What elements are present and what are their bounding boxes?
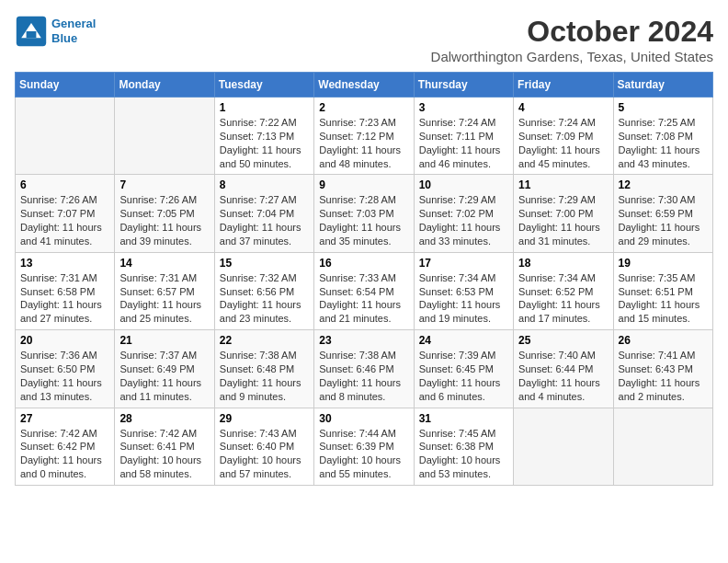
- calendar-cell: 24Sunrise: 7:39 AMSunset: 6:45 PMDayligh…: [414, 330, 513, 408]
- cell-sun-info: Sunrise: 7:39 AMSunset: 6:45 PMDaylight:…: [419, 349, 508, 403]
- calendar-cell: 4Sunrise: 7:24 AMSunset: 7:09 PMDaylight…: [514, 98, 613, 175]
- calendar-cell: 26Sunrise: 7:41 AMSunset: 6:43 PMDayligh…: [613, 330, 712, 408]
- calendar-cell: 20Sunrise: 7:36 AMSunset: 6:50 PMDayligh…: [16, 330, 115, 408]
- calendar-cell: 29Sunrise: 7:43 AMSunset: 6:40 PMDayligh…: [214, 408, 313, 485]
- logo-icon: [15, 15, 48, 48]
- cell-sun-info: Sunrise: 7:33 AMSunset: 6:54 PMDaylight:…: [319, 271, 408, 326]
- weekday-header-saturday: Saturday: [613, 73, 712, 98]
- week-row-1: 1Sunrise: 7:22 AMSunset: 7:13 PMDaylight…: [16, 98, 713, 175]
- calendar-cell: 7Sunrise: 7:26 AMSunset: 7:05 PMDaylight…: [115, 175, 214, 252]
- cell-sun-info: Sunrise: 7:22 AMSunset: 7:13 PMDaylight:…: [220, 116, 309, 170]
- calendar-cell: 11Sunrise: 7:29 AMSunset: 7:00 PMDayligh…: [514, 175, 613, 252]
- page-header: General Blue October 2024 Dalworthington…: [15, 15, 713, 64]
- day-number: 25: [518, 334, 608, 347]
- weekday-header-friday: Friday: [514, 73, 613, 98]
- calendar-cell: [16, 98, 115, 175]
- day-number: 28: [119, 412, 209, 425]
- cell-sun-info: Sunrise: 7:45 AMSunset: 6:38 PMDaylight:…: [419, 427, 508, 481]
- weekday-header-wednesday: Wednesday: [314, 73, 414, 98]
- calendar-cell: 16Sunrise: 7:33 AMSunset: 6:54 PMDayligh…: [314, 252, 414, 329]
- calendar-cell: 27Sunrise: 7:42 AMSunset: 6:42 PMDayligh…: [16, 408, 115, 485]
- cell-sun-info: Sunrise: 7:38 AMSunset: 6:48 PMDaylight:…: [220, 349, 309, 403]
- day-number: 4: [518, 101, 608, 114]
- calendar-cell: 22Sunrise: 7:38 AMSunset: 6:48 PMDayligh…: [214, 330, 313, 408]
- calendar-cell: [514, 408, 613, 485]
- week-row-2: 6Sunrise: 7:26 AMSunset: 7:07 PMDaylight…: [16, 175, 713, 252]
- calendar-cell: 10Sunrise: 7:29 AMSunset: 7:02 PMDayligh…: [414, 175, 513, 252]
- weekday-header-sunday: Sunday: [16, 73, 115, 98]
- calendar-cell: 21Sunrise: 7:37 AMSunset: 6:49 PMDayligh…: [115, 330, 214, 408]
- calendar-cell: 12Sunrise: 7:30 AMSunset: 6:59 PMDayligh…: [613, 175, 712, 252]
- calendar-cell: 30Sunrise: 7:44 AMSunset: 6:39 PMDayligh…: [314, 408, 414, 485]
- day-number: 31: [419, 412, 508, 425]
- cell-sun-info: Sunrise: 7:29 AMSunset: 7:02 PMDaylight:…: [419, 193, 508, 247]
- day-number: 19: [619, 257, 708, 270]
- calendar-cell: 1Sunrise: 7:22 AMSunset: 7:13 PMDaylight…: [214, 98, 313, 175]
- calendar-cell: [613, 408, 712, 485]
- cell-sun-info: Sunrise: 7:28 AMSunset: 7:03 PMDaylight:…: [319, 193, 408, 247]
- day-number: 16: [319, 257, 408, 270]
- day-number: 22: [220, 334, 309, 347]
- calendar-cell: [115, 98, 214, 175]
- day-number: 2: [319, 101, 408, 114]
- cell-sun-info: Sunrise: 7:30 AMSunset: 6:59 PMDaylight:…: [619, 193, 708, 247]
- day-number: 10: [419, 178, 508, 191]
- day-number: 14: [119, 257, 209, 270]
- week-row-3: 13Sunrise: 7:31 AMSunset: 6:58 PMDayligh…: [16, 252, 713, 329]
- cell-sun-info: Sunrise: 7:42 AMSunset: 6:41 PMDaylight:…: [119, 427, 209, 481]
- week-row-5: 27Sunrise: 7:42 AMSunset: 6:42 PMDayligh…: [16, 408, 713, 485]
- cell-sun-info: Sunrise: 7:32 AMSunset: 6:56 PMDaylight:…: [220, 271, 309, 326]
- svg-rect-2: [27, 31, 37, 38]
- calendar-cell: 31Sunrise: 7:45 AMSunset: 6:38 PMDayligh…: [414, 408, 513, 485]
- day-number: 23: [319, 334, 408, 347]
- calendar-cell: 2Sunrise: 7:23 AMSunset: 7:12 PMDaylight…: [314, 98, 414, 175]
- calendar-cell: 6Sunrise: 7:26 AMSunset: 7:07 PMDaylight…: [16, 175, 115, 252]
- cell-sun-info: Sunrise: 7:42 AMSunset: 6:42 PMDaylight:…: [20, 427, 109, 481]
- day-number: 27: [20, 412, 109, 425]
- day-number: 24: [419, 334, 508, 347]
- calendar-cell: 17Sunrise: 7:34 AMSunset: 6:53 PMDayligh…: [414, 252, 513, 329]
- day-number: 29: [220, 412, 309, 425]
- calendar-cell: 25Sunrise: 7:40 AMSunset: 6:44 PMDayligh…: [514, 330, 613, 408]
- calendar-cell: 5Sunrise: 7:25 AMSunset: 7:08 PMDaylight…: [613, 98, 712, 175]
- day-number: 9: [319, 178, 408, 191]
- day-number: 1: [220, 101, 309, 114]
- day-number: 13: [20, 257, 109, 270]
- weekday-header-row: SundayMondayTuesdayWednesdayThursdayFrid…: [16, 73, 713, 98]
- day-number: 20: [20, 334, 109, 347]
- day-number: 21: [119, 334, 209, 347]
- cell-sun-info: Sunrise: 7:38 AMSunset: 6:46 PMDaylight:…: [319, 349, 408, 403]
- cell-sun-info: Sunrise: 7:34 AMSunset: 6:53 PMDaylight:…: [419, 271, 508, 326]
- calendar-cell: 18Sunrise: 7:34 AMSunset: 6:52 PMDayligh…: [514, 252, 613, 329]
- logo: General Blue: [15, 15, 96, 48]
- logo-line1: General: [51, 17, 96, 31]
- day-number: 15: [220, 257, 309, 270]
- week-row-4: 20Sunrise: 7:36 AMSunset: 6:50 PMDayligh…: [16, 330, 713, 408]
- cell-sun-info: Sunrise: 7:26 AMSunset: 7:07 PMDaylight:…: [20, 193, 109, 247]
- day-number: 6: [20, 178, 109, 191]
- cell-sun-info: Sunrise: 7:26 AMSunset: 7:05 PMDaylight:…: [119, 193, 209, 247]
- weekday-header-monday: Monday: [115, 73, 214, 98]
- calendar-cell: 8Sunrise: 7:27 AMSunset: 7:04 PMDaylight…: [214, 175, 313, 252]
- day-number: 11: [518, 178, 608, 191]
- calendar-cell: 14Sunrise: 7:31 AMSunset: 6:57 PMDayligh…: [115, 252, 214, 329]
- cell-sun-info: Sunrise: 7:25 AMSunset: 7:08 PMDaylight:…: [619, 116, 708, 170]
- day-number: 7: [119, 178, 209, 191]
- calendar-cell: 9Sunrise: 7:28 AMSunset: 7:03 PMDaylight…: [314, 175, 414, 252]
- cell-sun-info: Sunrise: 7:24 AMSunset: 7:11 PMDaylight:…: [419, 116, 508, 170]
- calendar-cell: 15Sunrise: 7:32 AMSunset: 6:56 PMDayligh…: [214, 252, 313, 329]
- day-number: 5: [619, 101, 708, 114]
- cell-sun-info: Sunrise: 7:34 AMSunset: 6:52 PMDaylight:…: [518, 271, 608, 326]
- title-block: October 2024 Dalworthington Gardens, Tex…: [431, 15, 713, 64]
- day-number: 3: [419, 101, 508, 114]
- day-number: 30: [319, 412, 408, 425]
- day-number: 26: [619, 334, 708, 347]
- month-title: October 2024: [431, 15, 713, 49]
- cell-sun-info: Sunrise: 7:29 AMSunset: 7:00 PMDaylight:…: [518, 193, 608, 247]
- calendar-cell: 19Sunrise: 7:35 AMSunset: 6:51 PMDayligh…: [613, 252, 712, 329]
- day-number: 12: [619, 178, 708, 191]
- day-number: 18: [518, 257, 608, 270]
- day-number: 17: [419, 257, 508, 270]
- cell-sun-info: Sunrise: 7:27 AMSunset: 7:04 PMDaylight:…: [220, 193, 309, 247]
- calendar-cell: 28Sunrise: 7:42 AMSunset: 6:41 PMDayligh…: [115, 408, 214, 485]
